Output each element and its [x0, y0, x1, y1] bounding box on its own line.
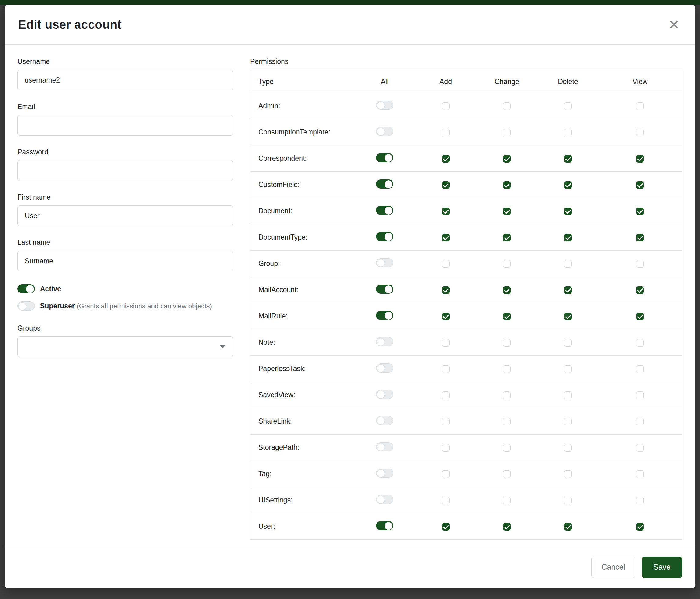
permission-add-checkbox[interactable] — [442, 365, 450, 373]
permission-delete-checkbox[interactable] — [564, 234, 572, 241]
permission-add-checkbox[interactable] — [442, 208, 450, 215]
permission-change-checkbox[interactable] — [503, 286, 511, 294]
permission-all-toggle[interactable] — [376, 153, 393, 162]
permission-all-toggle[interactable] — [376, 416, 393, 425]
close-icon[interactable]: ✕ — [666, 17, 682, 33]
permission-add-checkbox[interactable] — [442, 418, 450, 425]
permission-change-checkbox[interactable] — [503, 102, 511, 110]
permission-change-checkbox[interactable] — [503, 470, 511, 478]
cancel-button[interactable]: Cancel — [591, 556, 635, 578]
permission-all-toggle[interactable] — [376, 390, 393, 399]
permission-view-checkbox[interactable] — [636, 181, 644, 189]
permission-delete-checkbox[interactable] — [564, 391, 572, 399]
password-field[interactable] — [18, 160, 233, 181]
permission-delete-checkbox[interactable] — [564, 418, 572, 425]
permission-all-toggle[interactable] — [376, 232, 393, 241]
modal-header: Edit user account ✕ — [5, 5, 695, 45]
permission-add-checkbox[interactable] — [442, 102, 450, 110]
active-toggle[interactable] — [18, 284, 35, 293]
permission-view-checkbox[interactable] — [636, 260, 644, 268]
permission-change-checkbox[interactable] — [503, 497, 511, 504]
permission-change-checkbox[interactable] — [503, 365, 511, 373]
permission-all-toggle[interactable] — [376, 337, 393, 346]
permissions-section: Permissions Type All Add Change — [250, 57, 682, 540]
table-row: User: — [250, 513, 682, 540]
permission-delete-checkbox[interactable] — [564, 155, 572, 163]
permission-change-checkbox[interactable] — [503, 444, 511, 452]
permission-all-toggle[interactable] — [376, 179, 393, 189]
permission-view-checkbox[interactable] — [636, 208, 644, 215]
permission-delete-checkbox[interactable] — [564, 523, 572, 530]
permission-view-checkbox[interactable] — [636, 391, 644, 399]
permission-change-checkbox[interactable] — [503, 129, 511, 136]
permission-add-checkbox[interactable] — [442, 444, 450, 452]
permission-delete-checkbox[interactable] — [564, 208, 572, 215]
permission-add-checkbox[interactable] — [442, 155, 450, 163]
permission-all-toggle[interactable] — [376, 258, 393, 267]
permission-delete-checkbox[interactable] — [564, 286, 572, 294]
permission-delete-checkbox[interactable] — [564, 129, 572, 136]
permission-view-checkbox[interactable] — [636, 365, 644, 373]
permission-view-checkbox[interactable] — [636, 155, 644, 163]
groups-select[interactable] — [18, 336, 233, 357]
permission-all-toggle[interactable] — [376, 285, 393, 294]
permission-view-checkbox[interactable] — [636, 313, 644, 320]
permission-change-checkbox[interactable] — [503, 313, 511, 320]
permission-add-checkbox[interactable] — [442, 129, 450, 136]
permission-delete-checkbox[interactable] — [564, 181, 572, 189]
first-name-field[interactable] — [18, 206, 233, 226]
permission-add-checkbox[interactable] — [442, 523, 450, 530]
modal-footer: Cancel Save — [5, 546, 695, 588]
permission-change-checkbox[interactable] — [503, 260, 511, 268]
permission-change-checkbox[interactable] — [503, 181, 511, 189]
permission-add-checkbox[interactable] — [442, 497, 450, 504]
permission-add-checkbox[interactable] — [442, 181, 450, 189]
permission-view-checkbox[interactable] — [636, 523, 644, 530]
permission-change-checkbox[interactable] — [503, 155, 511, 163]
permission-add-checkbox[interactable] — [442, 286, 450, 294]
permission-add-checkbox[interactable] — [442, 391, 450, 399]
permission-view-checkbox[interactable] — [636, 418, 644, 425]
email-field[interactable] — [18, 115, 233, 136]
permission-add-checkbox[interactable] — [442, 260, 450, 268]
permission-change-checkbox[interactable] — [503, 208, 511, 215]
permission-view-checkbox[interactable] — [636, 444, 644, 452]
permission-delete-checkbox[interactable] — [564, 470, 572, 478]
superuser-toggle[interactable] — [18, 301, 35, 311]
permission-all-toggle[interactable] — [376, 363, 393, 373]
permission-change-checkbox[interactable] — [503, 339, 511, 346]
permission-delete-checkbox[interactable] — [564, 497, 572, 504]
last-name-field[interactable] — [18, 250, 233, 271]
permission-delete-checkbox[interactable] — [564, 444, 572, 452]
permission-all-toggle[interactable] — [376, 442, 393, 451]
permission-delete-checkbox[interactable] — [564, 260, 572, 268]
permission-delete-checkbox[interactable] — [564, 339, 572, 346]
permission-delete-checkbox[interactable] — [564, 313, 572, 320]
permission-view-checkbox[interactable] — [636, 129, 644, 136]
permission-add-checkbox[interactable] — [442, 234, 450, 241]
permission-all-toggle[interactable] — [376, 206, 393, 215]
save-button[interactable]: Save — [642, 556, 682, 578]
permission-change-checkbox[interactable] — [503, 391, 511, 399]
permission-change-checkbox[interactable] — [503, 523, 511, 530]
username-input[interactable] — [18, 70, 233, 91]
permission-all-toggle[interactable] — [376, 521, 393, 530]
permission-add-checkbox[interactable] — [442, 339, 450, 346]
permission-view-checkbox[interactable] — [636, 497, 644, 504]
permission-view-checkbox[interactable] — [636, 234, 644, 241]
permission-view-checkbox[interactable] — [636, 470, 644, 478]
permission-all-toggle[interactable] — [376, 127, 393, 136]
permission-add-checkbox[interactable] — [442, 470, 450, 478]
permission-change-checkbox[interactable] — [503, 418, 511, 425]
permission-all-toggle[interactable] — [376, 495, 393, 504]
permission-all-toggle[interactable] — [376, 311, 393, 320]
permission-add-checkbox[interactable] — [442, 313, 450, 320]
permission-view-checkbox[interactable] — [636, 102, 644, 110]
permission-view-checkbox[interactable] — [636, 339, 644, 346]
permission-change-checkbox[interactable] — [503, 234, 511, 241]
permission-all-toggle[interactable] — [376, 469, 393, 478]
permission-delete-checkbox[interactable] — [564, 365, 572, 373]
permission-all-toggle[interactable] — [376, 100, 393, 110]
permission-view-checkbox[interactable] — [636, 286, 644, 294]
permission-delete-checkbox[interactable] — [564, 102, 572, 110]
